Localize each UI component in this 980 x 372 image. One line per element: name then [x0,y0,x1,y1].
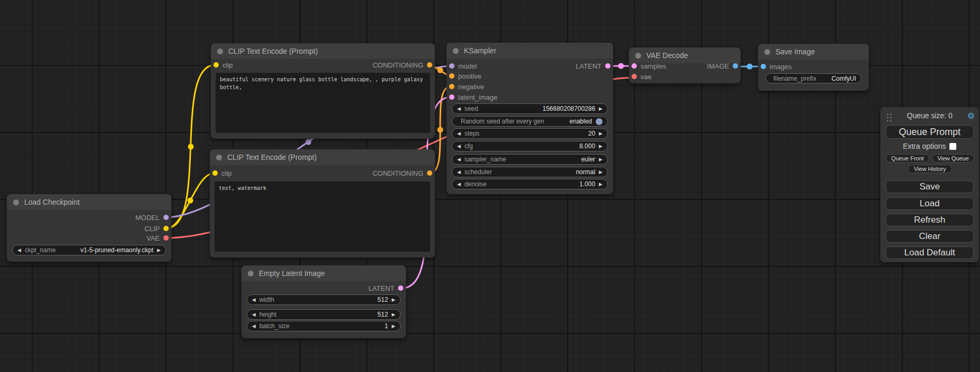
node-load-checkpoint[interactable]: Load Checkpoint MODEL CLIP VAE ◀ ckpt_na… [7,194,171,262]
node-vae-decode[interactable]: VAE Decode samples vae IMAGE [629,47,741,83]
sampler-name-widget[interactable]: ◀ sampler_name euler ▶ [452,154,608,165]
decrement-arrow-icon[interactable]: ◀ [252,298,256,302]
image-port[interactable] [761,64,766,69]
input-slot-clip: clip [211,60,233,70]
clip-port[interactable] [163,226,169,231]
height-widget[interactable]: ◀ height 512 ▶ [247,309,401,320]
collapse-dot-icon[interactable] [764,49,770,55]
steps-widget[interactable]: ◀ steps 20 ▶ [452,128,608,139]
width-widget[interactable]: ◀ width 512 ▶ [247,294,401,305]
widget-value: 512 [377,296,388,303]
node-clip-text-encode-positive[interactable]: CLIP Text Encode (Prompt) clip CONDITION… [211,43,435,139]
widget-label: height [259,311,277,318]
widget-value: 512 [377,311,388,318]
collapse-dot-icon[interactable] [635,53,641,59]
increment-arrow-icon[interactable]: ▶ [392,298,395,302]
widget-value: 1 [384,322,388,330]
decrement-arrow-icon[interactable]: ◀ [457,131,461,136]
node-ksampler[interactable]: KSampler model positive negative latent_… [447,43,613,194]
queue-size-label: Queue size: 0 [880,111,979,120]
negative-prompt-textarea[interactable]: text, watermark [215,182,430,252]
node-clip-negative-header[interactable]: CLIP Text Encode (Prompt) [210,149,435,165]
node-load-checkpoint-header[interactable]: Load Checkpoint [7,194,171,210]
increment-arrow-icon[interactable]: ▶ [392,324,395,329]
decrement-arrow-icon[interactable]: ◀ [457,170,461,175]
load-button[interactable]: Load [886,197,974,210]
vae-port[interactable] [163,235,169,241]
increment-arrow-icon[interactable]: ▶ [157,248,161,253]
decrement-arrow-icon[interactable]: ◀ [457,182,461,187]
positive-prompt-textarea[interactable]: beautiful scenery nature glass bottle la… [216,73,430,133]
filename-prefix-widget[interactable]: filename_prefix ComfyUI [765,73,861,83]
increment-arrow-icon[interactable]: ▶ [599,157,603,162]
latent-port[interactable] [632,63,637,69]
decrement-arrow-icon[interactable]: ◀ [252,324,256,329]
node-clip-positive-header[interactable]: CLIP Text Encode (Prompt) [211,43,435,59]
comfyui-canvas[interactable]: { "colors": { "model": "#B39DDB", "clip"… [0,0,980,372]
queue-front-button[interactable]: Queue Front [886,154,929,163]
increment-arrow-icon[interactable]: ▶ [599,131,603,136]
refresh-button[interactable]: Refresh [886,214,974,226]
widget-value: v1-5-pruned-emaonly.ckpt [81,246,154,254]
conditioning-port[interactable] [449,73,454,79]
widget-value: euler [581,156,595,163]
extra-options-checkbox[interactable] [949,143,956,150]
conditioning-port[interactable] [427,62,432,68]
collapse-dot-icon[interactable] [217,49,223,54]
wire-midpoint-dot [747,64,753,70]
gear-icon[interactable]: ⚙ [967,111,975,121]
cfg-widget[interactable]: ◀ cfg 8.000 ▶ [452,141,608,151]
view-queue-button[interactable]: View Queue [932,154,974,163]
input-slot-model: model [447,61,477,71]
model-port[interactable] [449,63,454,69]
batch-size-widget[interactable]: ◀ batch_size 1 ▶ [247,321,401,331]
increment-arrow-icon[interactable]: ▶ [599,182,603,187]
collapse-dot-icon[interactable] [216,155,222,160]
node-clip-text-encode-negative[interactable]: CLIP Text Encode (Prompt) clip CONDITION… [210,149,435,257]
decrement-arrow-icon[interactable]: ◀ [457,144,461,149]
increment-arrow-icon[interactable]: ▶ [599,144,603,149]
node-save-image-header[interactable]: Save Image [758,44,869,60]
node-ksampler-header[interactable]: KSampler [447,43,613,59]
node-empty-latent-image[interactable]: Empty Latent Image LATENT ◀ width 512 ▶ … [241,265,406,338]
view-history-button[interactable]: View History [908,165,952,173]
vae-port[interactable] [632,74,637,79]
random-seed-widget[interactable]: Random seed after every gen enabled [452,116,608,127]
increment-arrow-icon[interactable]: ▶ [599,107,603,111]
conditioning-port[interactable] [427,170,432,176]
input-slot-negative: negative [447,81,484,92]
clip-port[interactable] [212,170,218,176]
toggle-icon[interactable] [596,118,603,125]
decrement-arrow-icon[interactable]: ◀ [457,107,461,111]
widget-label: cfg [464,142,473,150]
collapse-dot-icon[interactable] [13,199,19,205]
decrement-arrow-icon[interactable]: ◀ [17,248,21,253]
latent-port[interactable] [605,63,610,69]
image-port[interactable] [733,63,738,69]
scheduler-widget[interactable]: ◀ scheduler normal ▶ [452,167,608,177]
increment-arrow-icon[interactable]: ▶ [599,170,603,175]
queue-prompt-button[interactable]: Queue Prompt [886,125,974,139]
collapse-dot-icon[interactable] [248,271,254,276]
decrement-arrow-icon[interactable]: ◀ [457,157,461,162]
queue-panel: Queue size: 0 ⚙ Queue Prompt Extra optio… [880,107,979,262]
node-empty-latent-header[interactable]: Empty Latent Image [241,265,406,281]
input-slot-positive: positive [447,71,481,81]
conditioning-port[interactable] [449,84,454,89]
model-port[interactable] [163,215,169,220]
decrement-arrow-icon[interactable]: ◀ [252,312,256,317]
latent-port[interactable] [398,285,403,291]
clear-button[interactable]: Clear [886,230,974,243]
seed-widget[interactable]: ◀ seed 156680208700286 ▶ [452,103,608,114]
latent-port[interactable] [449,94,454,100]
ckpt-name-widget[interactable]: ◀ ckpt_name v1-5-pruned-emaonly.ckpt ▶ [12,245,166,255]
load-default-button[interactable]: Load Default [886,246,974,259]
node-title: Save Image [775,47,815,56]
denoise-widget[interactable]: ◀ denoise 1.000 ▶ [452,179,608,189]
collapse-dot-icon[interactable] [453,48,459,54]
clip-port[interactable] [214,62,219,68]
save-button[interactable]: Save [886,180,974,193]
increment-arrow-icon[interactable]: ▶ [392,312,395,317]
node-save-image[interactable]: Save Image images filename_prefix ComfyU… [758,44,869,91]
node-title: VAE Decode [646,51,688,60]
